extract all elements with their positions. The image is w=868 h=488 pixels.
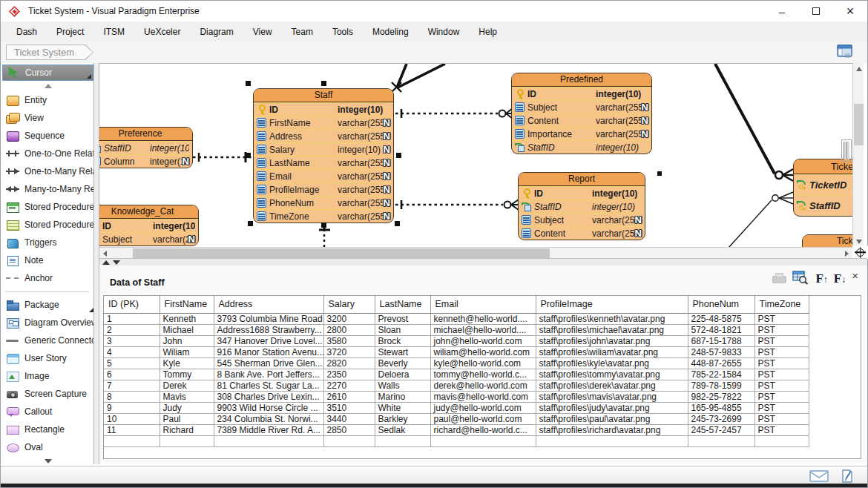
scroll-up-button[interactable] [853,63,864,74]
cell-address[interactable]: 81 Charles St. Sugar La... [214,380,323,391]
column-header[interactable]: TimeZone [754,296,809,313]
entity-field-row[interactable]: Address varchar(255) N [254,129,393,142]
menu-item[interactable]: Project [47,23,93,41]
cell-email[interactable]: richard@hello-world.c... [430,424,536,435]
entity-field-row[interactable]: StaffID integer(10) [99,141,192,154]
entity-field-row[interactable]: Content varchar(255) N [512,113,651,127]
sort-column-desc-icon[interactable]: F↓ [834,272,845,285]
entity-field-row[interactable]: StaffID integer(10) [794,195,852,216]
cell-email[interactable]: michael@hello-world.... [430,324,536,335]
entity-field-row[interactable]: TicketID integer(10) [794,174,852,195]
cell-profileimage[interactable]: staff\profiles\paul\avatar.png [536,413,688,424]
cell-profileimage[interactable]: staff\profiles\kenneth\avatar.png [536,313,688,324]
cell-phonenum[interactable]: 982-25-7822 [688,391,754,402]
cell-address[interactable]: 3793 Columbia Mine Road [214,313,323,324]
table-row[interactable]: 5 Kyle 545 Sherman Drive Glen... 2820 Be… [104,357,809,369]
menu-item[interactable]: View [243,23,282,41]
cell-phonenum[interactable]: 245-57-2457 [688,424,754,435]
cell-phonenum[interactable]: 165-95-4855 [688,402,754,413]
cell-phonenum[interactable]: 789-78-1599 [688,380,754,391]
selection-handle[interactable] [246,153,251,158]
cell-id[interactable]: 10 [104,413,160,424]
toolbox-item[interactable]: Triggers [1,234,95,251]
panel-splitter[interactable] [99,258,867,266]
cell-timezone[interactable]: PST [754,424,809,435]
menu-item[interactable]: Tools [323,23,363,41]
cell-firstname[interactable]: Derek [160,380,214,391]
table-row[interactable]: 1 Kenneth 3793 Columbia Mine Road 3200 P… [104,313,809,324]
cell-id[interactable]: 11 [104,424,160,435]
canvas-horizontal-scrollbar[interactable] [99,247,852,258]
cell-timezone[interactable]: PST [754,413,809,424]
pan-tool-button[interactable] [852,245,868,259]
cell-timezone[interactable]: PST [754,380,809,391]
panel-grip-handle[interactable] [841,139,852,162]
entity-predefined[interactable]: Predefined ID integer(10) Subject varcha… [511,73,652,154]
minimize-button[interactable]: – [765,1,799,22]
cell-salary[interactable]: 3200 [323,313,375,324]
menu-item[interactable]: Help [469,23,507,41]
entity-field-row[interactable]: StaffID integer(10) [512,140,651,154]
cell-lastname[interactable]: Sloan [375,324,430,335]
menu-item[interactable]: UeXceler [134,23,190,41]
cell-profileimage[interactable]: staff\profiles\mavis\avatar.png [536,391,688,402]
entity-knowledge-cat[interactable]: Knowledge_Cat ID integer(10) Subject var… [99,205,199,246]
cell-timezone[interactable]: PST [754,369,809,380]
entity-field-row[interactable]: PhoneNum varchar(255) N [254,196,393,209]
breadcrumb[interactable]: Ticket System [6,44,93,60]
toolbox-item[interactable]: Callout [1,403,95,421]
column-header[interactable]: Salary [323,296,375,313]
entity-field-row[interactable]: FirstName varchar(255) N [254,116,393,129]
toolbox-item[interactable]: Stored Procedures [1,198,95,216]
entity-field-row[interactable]: Subject varchar(255) N [512,100,651,113]
cell-address[interactable]: 9903 Wild Horse Circle ... [214,402,323,413]
cell-id[interactable]: 6 [104,369,160,380]
cell-timezone[interactable]: PST [754,313,809,324]
cell-email[interactable]: kyle@hello-world.com [430,357,536,369]
toolbox-item[interactable]: Anchor [1,269,95,287]
cell-address[interactable]: Address1688 Strawberry... [214,324,323,335]
entity-report[interactable]: Report ID integer(10) StaffID integer(10… [518,172,645,240]
cell-email[interactable]: mavis@hello-world.com [430,391,536,402]
cell-email[interactable]: derek@hello-world.com [430,380,536,391]
toolbox-item[interactable]: Rectangle [1,421,95,438]
cell-id[interactable]: 8 [104,391,160,402]
column-header[interactable]: ProfileImage [536,296,688,313]
cell-salary[interactable]: 2270 [323,380,375,391]
cell-email[interactable]: paul@hello-world.com [430,413,536,424]
cell-profileimage[interactable]: staff\profiles\derek\avatar.png [536,380,688,391]
column-header[interactable]: PhoneNum [688,296,754,313]
cell-address[interactable]: 234 Columbia St. Norwi... [214,413,323,424]
entity-ticket-staff[interactable]: Ticket_S TicketID integer(10) StaffID in… [793,159,852,217]
cell-lastname[interactable]: Stewart [375,346,430,357]
scroll-right-button[interactable] [841,248,852,259]
layout-panel-icon[interactable] [836,44,854,59]
cell-lastname[interactable]: White [375,402,430,413]
cell-profileimage[interactable]: staff\profiles\kyle\avatar.png [536,357,688,369]
cell-timezone[interactable]: PST [754,402,809,413]
cell-profileimage[interactable] [536,435,688,446]
entity-field-row[interactable]: ID integer(10) [99,219,198,232]
cell-lastname[interactable]: Brock [375,335,430,346]
cell-phonenum[interactable]: 448-87-2655 [688,357,754,369]
table-row[interactable]: 11 Richard 7389 Middle River Rd. A... 28… [104,424,809,435]
cell-firstname[interactable]: Kenneth [160,313,214,324]
entity-staff[interactable]: Staff ID integer(10) FirstName varchar(2… [253,88,394,223]
table-row[interactable]: 2 Michael Address1688 Strawberry... 2800… [104,324,809,335]
cell-salary[interactable]: 3580 [323,335,375,346]
selection-handle[interactable] [246,81,251,86]
cell-firstname[interactable]: Judy [160,402,214,413]
selection-handle[interactable] [396,153,401,158]
cell-address[interactable]: 8 Bank Ave. Port Jeffers... [214,369,323,380]
toolbox-item[interactable]: Oval [1,438,95,456]
menu-item[interactable]: ITSM [93,23,134,41]
selection-handle[interactable] [395,221,400,226]
cell-salary[interactable]: 3510 [323,402,375,413]
toolbox-item[interactable]: One-to-One Relationship [1,145,95,162]
table-row[interactable]: 10 Paul 234 Columbia St. Norwi... 3440 B… [104,413,809,424]
cell-timezone[interactable]: PST [754,357,809,369]
table-row[interactable]: 4 Wiliam 916 Manor Station Avenu... 3720… [104,346,809,357]
cell-phonenum[interactable]: 248-57-9833 [688,346,754,357]
cell-salary[interactable]: 3440 [323,413,375,424]
cell-lastname[interactable]: Walls [375,380,430,391]
